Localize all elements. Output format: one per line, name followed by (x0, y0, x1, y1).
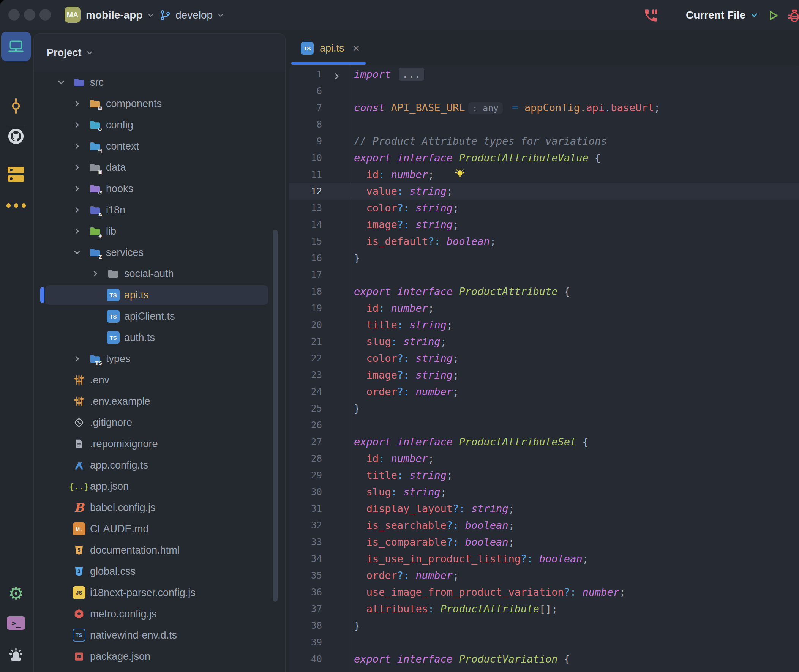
tree-item-.repomixignore[interactable]: .repomixignore (34, 433, 285, 454)
line-number[interactable]: 1 (288, 66, 351, 83)
line-number[interactable]: 21 (288, 333, 351, 350)
tree-item-i18n[interactable]: Ai18n (34, 199, 285, 221)
code-text[interactable]: title: string; (351, 467, 453, 484)
chevron-right-icon[interactable] (91, 269, 100, 278)
code-text[interactable] (351, 417, 354, 434)
tree-item-types[interactable]: TStypes (34, 348, 285, 370)
code-text[interactable]: export interface ProductAttributeSet { (351, 434, 589, 450)
chevron-down-icon[interactable] (57, 78, 66, 87)
run-configuration-selector[interactable]: Current File (686, 0, 759, 30)
line-number[interactable]: 31 (288, 501, 351, 517)
debug-icon[interactable] (786, 8, 799, 26)
github-toolwindow-button[interactable] (1, 122, 31, 151)
tree-item-global.css[interactable]: 3global.css (34, 561, 285, 582)
tree-item-metro.config.js[interactable]: metro.config.js (34, 603, 285, 624)
code-text[interactable]: value: string; (351, 183, 453, 200)
close-tab-icon[interactable]: × (353, 42, 360, 54)
line-number[interactable]: 8 (288, 116, 351, 133)
tree-item-social-auth[interactable]: social-auth (34, 263, 285, 284)
code-text[interactable] (351, 116, 354, 133)
chevron-right-icon[interactable] (72, 142, 82, 151)
code-text[interactable]: import ... (351, 66, 424, 83)
tree-expand-toggle[interactable] (72, 184, 82, 195)
line-number[interactable]: 32 (288, 517, 351, 534)
window-close-button[interactable] (8, 9, 20, 21)
line-number[interactable]: 24 (288, 384, 351, 400)
chevron-right-icon[interactable] (72, 120, 82, 130)
code-text[interactable]: color?: string; (351, 350, 459, 367)
tree-item-nativewind-env.d.ts[interactable]: TSnativewind-env.d.ts (34, 624, 285, 646)
code-text[interactable]: } (351, 400, 360, 417)
code-text[interactable]: slug: string; (351, 333, 447, 350)
tree-item-api.ts[interactable]: TSapi.ts (34, 284, 285, 306)
tree-item-.env[interactable]: .env (34, 370, 285, 391)
line-number[interactable]: 40 (288, 651, 351, 667)
code-text[interactable] (351, 634, 354, 651)
line-number[interactable]: 28 (288, 450, 351, 467)
code-text[interactable]: id: number; (351, 450, 434, 467)
line-number[interactable]: 27 (288, 434, 351, 450)
tree-item-partial[interactable] (34, 667, 285, 672)
terminal-toolwindow-button[interactable]: >_ (1, 608, 31, 638)
tree-item-.env.example[interactable]: .env.example (34, 391, 285, 412)
line-number[interactable]: 38 (288, 617, 351, 634)
code-text[interactable]: title: string; (351, 317, 453, 333)
project-selector[interactable]: mobile-app (86, 0, 155, 30)
chevron-right-icon[interactable] (72, 163, 82, 172)
tree-item-CLAUDE.md[interactable]: M↓CLAUDE.md (34, 518, 285, 539)
tree-expand-toggle[interactable] (72, 248, 82, 259)
tree-expand-toggle[interactable] (91, 269, 100, 280)
branch-selector[interactable]: develop (159, 0, 225, 30)
tree-expand-toggle[interactable] (72, 99, 82, 110)
tree-item-hooks[interactable]: ↺hooks (34, 178, 285, 199)
window-zoom-button[interactable] (40, 9, 51, 21)
code-text[interactable] (351, 83, 354, 99)
code-text[interactable]: attributes: ProductAttribute[]; (351, 601, 557, 617)
database-toolwindow-button[interactable] (1, 160, 31, 189)
more-tools-button[interactable] (1, 190, 31, 220)
line-number[interactable]: 30 (288, 484, 351, 501)
tree-item-context[interactable]: ▤context (34, 136, 285, 157)
line-number[interactable]: 33 (288, 534, 351, 550)
project-toolwindow-button[interactable] (1, 32, 31, 61)
line-number[interactable]: 35 (288, 567, 351, 584)
tree-item-package.json[interactable]: package.json (34, 646, 285, 667)
tree-expand-toggle[interactable] (72, 354, 82, 365)
chevron-right-icon[interactable] (72, 184, 82, 193)
chevron-right-icon[interactable] (72, 227, 82, 236)
code-text[interactable]: id: number; (351, 300, 434, 317)
line-number[interactable]: 16 (288, 250, 351, 267)
intention-bulb-icon[interactable] (454, 168, 466, 179)
tree-item-app.json[interactable]: {..}app.json (34, 476, 285, 497)
tree-item-documentation.html[interactable]: 5documentation.html (34, 539, 285, 561)
tree-expand-toggle[interactable] (72, 227, 82, 237)
code-text[interactable]: color?: string; (351, 200, 459, 216)
tree-expand-toggle[interactable] (72, 163, 82, 173)
line-number[interactable]: 10 (288, 150, 351, 166)
code-text[interactable]: export interface ProductAttributeValue { (351, 150, 601, 166)
code-text[interactable]: const API_BASE_URL: any = appConfig.api.… (351, 99, 660, 116)
tree-item-services[interactable]: Σservices (34, 242, 285, 263)
project-panel-header[interactable]: Project (34, 34, 285, 72)
settings-button[interactable]: ⚙ (1, 579, 31, 608)
tree-item-components[interactable]: ⊞components (34, 93, 285, 114)
tree-item-.gitignore[interactable]: .gitignore (34, 412, 285, 433)
tree-item-config[interactable]: ⚙config (34, 114, 285, 136)
line-number[interactable]: 14 (288, 216, 351, 233)
tree-item-lib[interactable]: ◈lib (34, 221, 285, 242)
tree-expand-toggle[interactable] (72, 120, 82, 131)
commit-toolwindow-button[interactable] (1, 91, 31, 121)
run-icon[interactable] (765, 8, 780, 24)
line-number[interactable]: 19 (288, 300, 351, 317)
line-number[interactable]: 6 (288, 83, 351, 99)
code-text[interactable]: export interface ProductAttribute { (351, 283, 570, 300)
line-number[interactable]: 12 (288, 183, 351, 200)
line-number[interactable]: 23 (288, 367, 351, 384)
tree-item-data[interactable]: ▣data (34, 157, 285, 178)
window-minimize-button[interactable] (24, 9, 35, 21)
line-number[interactable]: 26 (288, 417, 351, 434)
tree-item-auth.ts[interactable]: TSauth.ts (34, 327, 285, 348)
tree-expand-toggle[interactable] (72, 205, 82, 216)
code-text[interactable]: use_image_from_product_variation?: numbe… (351, 584, 626, 601)
code-text[interactable]: } (351, 617, 360, 634)
